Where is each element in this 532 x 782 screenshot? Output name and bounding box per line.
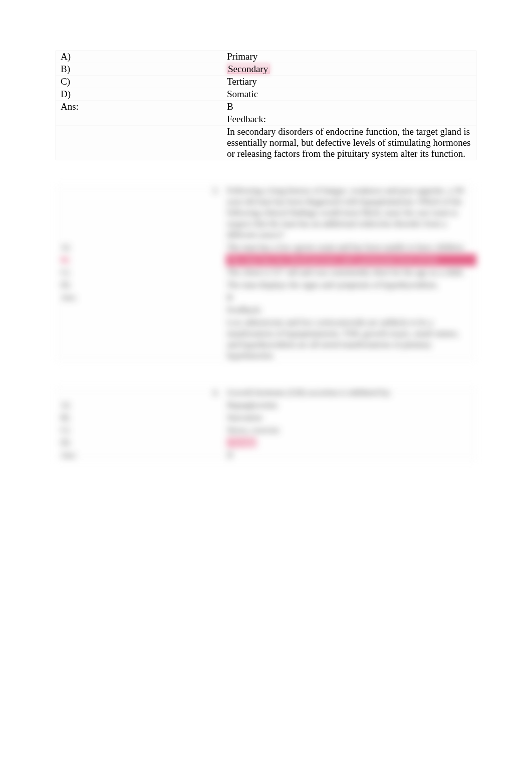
question-block-3: 4. Growth hormone (GH) secretion is inhi… <box>55 386 477 462</box>
table-row: D) Obesity <box>56 437 476 449</box>
option-label: C) <box>56 424 226 436</box>
table-row: B) Starvation <box>56 412 476 424</box>
table-row: C) The client is 5'2" tall and was consi… <box>56 267 476 279</box>
table-row: D) The man displays the signs and sympto… <box>56 279 476 292</box>
feedback-label: Feedback: <box>226 113 476 125</box>
option-text: Obesity <box>226 437 476 449</box>
option-label: B) <box>56 63 226 75</box>
option-label: B) <box>56 254 226 266</box>
option-label: B) <box>56 412 226 424</box>
table-row: 3. Following a long history of fatigue, … <box>56 185 476 241</box>
answer-label: Ans: <box>56 292 226 304</box>
option-label: D) <box>56 88 226 100</box>
table-row: B) Secondary <box>56 63 476 76</box>
option-text: Secondary <box>226 63 476 75</box>
highlight-text: Obesity <box>227 438 256 447</box>
table-row: Ans: B <box>56 101 476 113</box>
option-text: The client is 5'2" tall and was consiste… <box>226 267 476 279</box>
option-label: D) <box>56 279 226 291</box>
option-text: Stress, exercise <box>226 424 476 436</box>
feedback-empty <box>56 113 226 125</box>
option-text: Starvation <box>226 412 476 424</box>
question-block-1: A) Primary B) Secondary C) Tertiary D) S… <box>55 50 477 160</box>
table-row: C) Tertiary <box>56 76 476 88</box>
table-row: Feedback: <box>56 304 476 317</box>
table-row: 4. Growth hormone (GH) secretion is inhi… <box>56 387 476 399</box>
option-text: The man displays the signs and symptoms … <box>226 279 476 291</box>
option-label: A) <box>56 241 226 253</box>
question-number: 4. <box>56 387 226 399</box>
option-text: The man has a low sperm count and has be… <box>226 241 476 253</box>
highlight-text: Secondary <box>227 64 270 74</box>
table-row: A) Primary <box>56 51 476 63</box>
option-label: A) <box>56 399 226 411</box>
feedback-text: In secondary disorders of endocrine func… <box>226 126 476 160</box>
feedback-empty <box>56 126 226 160</box>
feedback-empty <box>56 304 226 316</box>
answer-label: Ans: <box>56 449 226 461</box>
highlight-text: The man has low blood pressure and a pot… <box>227 255 440 265</box>
option-text: Hypoglycemia <box>226 399 476 411</box>
table-row: B) The man has low blood pressure and a … <box>56 254 476 267</box>
option-label: D) <box>56 437 226 449</box>
feedback-text: Low aldosterone and low corticosteroids … <box>226 317 476 362</box>
option-text: The man has low blood pressure and a pot… <box>226 254 476 266</box>
option-text: Tertiary <box>226 76 476 88</box>
blurred-section: 3. Following a long history of fatigue, … <box>55 184 477 462</box>
question-block-2: 3. Following a long history of fatigue, … <box>55 184 477 362</box>
option-label: A) <box>56 51 226 63</box>
question-stem: Following a long history of fatigue, wea… <box>226 185 476 241</box>
option-label: C) <box>56 76 226 88</box>
table-row: Ans: D <box>56 449 476 461</box>
answer-value: B <box>226 101 476 113</box>
page-container: A) Primary B) Secondary C) Tertiary D) S… <box>0 0 532 506</box>
feedback-empty <box>56 317 226 362</box>
option-text: Somatic <box>226 88 476 100</box>
table-row: Ans: B <box>56 292 476 304</box>
option-label: C) <box>56 267 226 279</box>
feedback-label: Feedback: <box>226 304 476 316</box>
answer-label: Ans: <box>56 101 226 113</box>
answer-value: D <box>226 449 476 461</box>
table-row: In secondary disorders of endocrine func… <box>56 126 476 160</box>
table-row: Feedback: <box>56 113 476 126</box>
table-row: C) Stress, exercise <box>56 424 476 437</box>
question-number: 3. <box>56 185 226 241</box>
answer-value: B <box>226 292 476 304</box>
table-row: A) Hypoglycemia <box>56 399 476 412</box>
option-text: Primary <box>226 51 476 63</box>
table-row: Low aldosterone and low corticosteroids … <box>56 317 476 362</box>
table-row: D) Somatic <box>56 88 476 101</box>
fade-overlay <box>0 471 532 782</box>
table-row: A) The man has a low sperm count and has… <box>56 241 476 254</box>
question-stem: Growth hormone (GH) secretion is inhibit… <box>226 387 476 399</box>
